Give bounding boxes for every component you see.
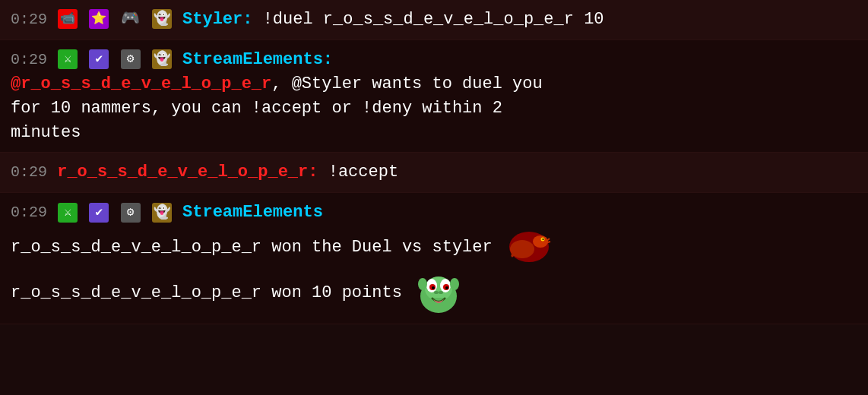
timestamp-3: 0:29 <box>11 163 47 181</box>
svg-point-11 <box>432 286 435 289</box>
verified-icon-2: ✔ <box>89 49 109 69</box>
video-icon: 📹 <box>58 9 78 29</box>
timestamp-1: 0:29 <box>11 11 47 28</box>
message-content-3: !accept <box>328 163 398 182</box>
ghost-icon: 👻 <box>152 9 172 29</box>
message-content-1: !duel r_o_s_s_d_e_v_e_l_o_p_e_r 10 <box>263 10 604 29</box>
username-ross-3: r_o_s_s_d_e_v_e_l_o_p_e_r: <box>57 163 318 182</box>
icons-row-4: ⚔ ✔ ⚙ 👻 <box>57 203 182 222</box>
svg-point-12 <box>445 286 448 289</box>
message-line4b: r_o_s_s_d_e_v_e_l_o_p_e_r won 10 points <box>11 283 402 302</box>
svg-point-14 <box>439 291 443 294</box>
message-line4a: r_o_s_s_d_e_v_e_l_o_p_e_r won the Duel v… <box>11 238 493 257</box>
chat-message-3: 0:29 r_o_s_s_d_e_v_e_l_o_p_e_r: !accept <box>0 153 868 193</box>
username-styler: Styler: <box>182 10 252 29</box>
ghost-icon-2: 👻 <box>152 49 172 69</box>
timestamp-4: 0:29 <box>11 204 47 221</box>
chat-message-4: 0:29 ⚔ ✔ ⚙ 👻 StreamElements r_o_s_s_d_e_… <box>0 193 868 324</box>
username-streamelements-4: StreamElements <box>182 203 323 222</box>
verified-icon-4: ✔ <box>89 203 109 223</box>
mention-ross-2: @r_o_s_s_d_e_v_e_l_o_p_e_r <box>11 74 271 93</box>
message-line2a: , @Styler wants to duel you <box>271 74 542 93</box>
icons-row-1: 📹 ⭐ 🎮 👻 <box>57 10 182 29</box>
gear-icon-4: ⚙ <box>121 203 141 223</box>
star-icon: ⭐ <box>89 9 109 29</box>
ghost-icon-4: 👻 <box>152 203 172 223</box>
svg-point-15 <box>418 278 427 290</box>
pepe-emote <box>415 269 462 316</box>
svg-point-16 <box>450 278 459 290</box>
sword-icon-2: ⚔ <box>58 49 78 69</box>
username-streamelements-2: StreamElements: <box>182 50 333 69</box>
gear-icon-2: ⚙ <box>121 49 141 69</box>
sword-icon-4: ⚔ <box>58 203 78 223</box>
chat-message-2: 0:29 ⚔ ✔ ⚙ 👻 StreamElements: @r_o_s_s_d_… <box>0 40 868 153</box>
chat-message-1: 0:29 📹 ⭐ 🎮 👻 Styler: !duel r_o_s_s_d_e_v… <box>0 0 868 40</box>
snake-emote <box>507 225 551 269</box>
message-line2c: minutes <box>11 123 81 142</box>
message-line2b: for 10 nammers, you can !accept or !deny… <box>11 99 502 118</box>
svg-point-13 <box>434 291 439 294</box>
timestamp-2: 0:29 <box>11 51 47 68</box>
checker-icon: 🎮 <box>121 9 141 29</box>
icons-row-2: ⚔ ✔ ⚙ 👻 <box>57 50 182 69</box>
svg-point-3 <box>542 239 543 240</box>
